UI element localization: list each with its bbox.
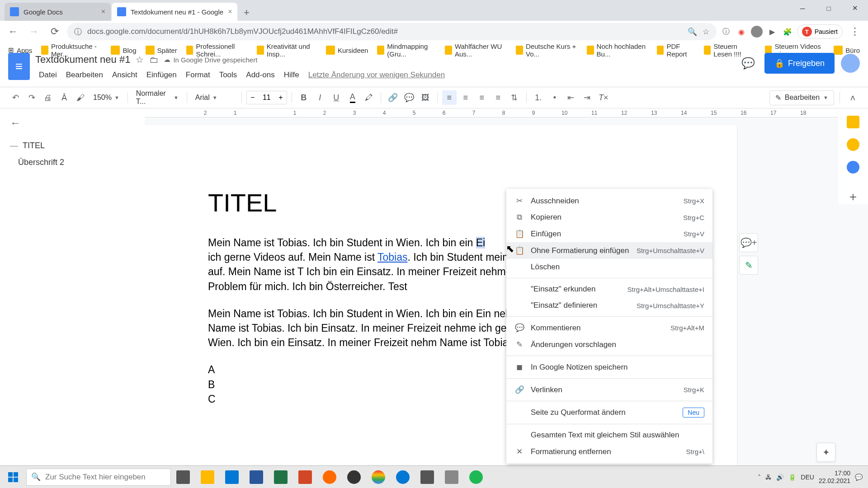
decrease-indent-button[interactable]: ⇤ xyxy=(564,90,578,105)
move-to-folder-icon[interactable]: 🗀 xyxy=(149,55,158,65)
ctx-delete[interactable]: Löschen xyxy=(506,259,712,275)
menu-einfuegen[interactable]: Einfügen xyxy=(143,69,180,81)
clock[interactable]: 17:00 22.02.2021 xyxy=(819,469,850,485)
redo-button[interactable]: ↷ xyxy=(24,90,39,105)
paragraph-style-select[interactable]: Normaler T...▼ xyxy=(132,88,182,108)
notifications-icon[interactable]: 💬 xyxy=(855,474,863,481)
minimize-button[interactable]: ─ xyxy=(789,0,816,16)
menu-datei[interactable]: Datei xyxy=(35,69,61,81)
docs-logo-icon[interactable]: ≡ xyxy=(8,53,30,80)
menu-bearbeiten[interactable]: Bearbeiten xyxy=(62,69,107,81)
bold-button[interactable]: B xyxy=(297,90,311,105)
taskbar-app[interactable] xyxy=(439,466,464,488)
taskbar-app[interactable] xyxy=(269,466,293,488)
align-left-button[interactable]: ≡ xyxy=(442,90,457,105)
align-justify-button[interactable]: ≡ xyxy=(491,90,505,105)
star-icon[interactable]: ☆ xyxy=(136,54,144,65)
calendar-icon[interactable] xyxy=(847,116,859,128)
maximize-button[interactable]: □ xyxy=(816,0,842,16)
ctx-copy[interactable]: ⧉KopierenStrg+C xyxy=(506,209,712,225)
clear-formatting-button[interactable]: T× xyxy=(596,90,611,105)
extension-icon[interactable]: ◉ xyxy=(736,26,747,38)
menu-ansicht[interactable]: Ansicht xyxy=(108,69,141,81)
browser-tab-active[interactable]: Textdokument neu #1 - Google × xyxy=(112,3,237,21)
network-icon[interactable]: 🖧 xyxy=(765,474,772,481)
undo-button[interactable]: ↶ xyxy=(8,90,23,105)
italic-button[interactable]: I xyxy=(313,90,327,105)
print-button[interactable]: 🖨 xyxy=(41,90,55,105)
ctx-suggest[interactable]: ✎Änderungen vorschlagen xyxy=(506,336,712,353)
extension-icon[interactable]: ▶ xyxy=(766,26,778,38)
menu-tools[interactable]: Tools xyxy=(216,69,241,81)
editing-mode-select[interactable]: ✎Bearbeiten▼ xyxy=(769,90,834,105)
ctx-select-same-style[interactable]: Gesamten Text mit gleichem Stil auswähle… xyxy=(506,427,712,443)
forward-button[interactable]: → xyxy=(25,23,42,40)
ctx-paste-plain[interactable]: 📋Ohne Formatierung einfügenStrg+Umschalt… xyxy=(506,242,712,259)
extension-icon[interactable] xyxy=(751,26,763,38)
outline-item[interactable]: —TITEL xyxy=(10,137,135,154)
ctx-save-keep[interactable]: ◼In Google Notizen speichern xyxy=(506,359,712,375)
account-avatar[interactable] xyxy=(841,54,860,73)
text-color-button[interactable]: A xyxy=(345,90,360,105)
taskbar-app[interactable] xyxy=(195,466,220,488)
paint-format-button[interactable]: 🖌 xyxy=(73,90,88,105)
taskbar-app[interactable] xyxy=(220,466,244,488)
profile-badge[interactable]: T Pausiert xyxy=(797,24,843,39)
document-title[interactable]: Textdokument neu #1 xyxy=(35,54,130,66)
insert-comment-button[interactable]: 💬 xyxy=(402,90,416,105)
ctx-define[interactable]: "Einsatz" definierenStrg+Umschalttaste+Y xyxy=(506,297,712,314)
underline-button[interactable]: U xyxy=(329,90,344,105)
increase-font-button[interactable]: + xyxy=(275,91,287,104)
browser-tab[interactable]: Google Docs × xyxy=(5,3,111,21)
increase-indent-button[interactable]: ⇥ xyxy=(580,90,594,105)
ctx-clear-formatting[interactable]: ✕Formatierung entfernenStrg+\ xyxy=(506,443,712,460)
decrease-font-button[interactable]: − xyxy=(247,91,259,104)
ctx-cut[interactable]: ✂AusschneidenStrg+X xyxy=(506,192,712,209)
reload-button[interactable]: ⟳ xyxy=(46,23,63,40)
outline-back-button[interactable]: ← xyxy=(10,117,135,129)
zoom-icon[interactable]: 🔍 xyxy=(688,27,697,37)
ctx-comment[interactable]: 💬KommentierenStrg+Alt+M xyxy=(506,319,712,336)
numbered-list-button[interactable]: 1. xyxy=(531,90,546,105)
taskbar-app[interactable] xyxy=(317,466,342,488)
back-button[interactable]: ← xyxy=(5,23,22,40)
menu-addons[interactable]: Add-ons xyxy=(242,69,278,81)
taskbar-app[interactable] xyxy=(244,466,269,488)
align-center-button[interactable]: ≡ xyxy=(458,90,473,105)
font-size-stepper[interactable]: − 11 + xyxy=(246,91,287,104)
font-select[interactable]: Arial▼ xyxy=(192,92,237,103)
ctx-landscape[interactable]: Seite zu Querformat ändernNeu xyxy=(506,404,712,421)
align-right-button[interactable]: ≡ xyxy=(475,90,489,105)
comment-history-button[interactable]: 💬 xyxy=(738,53,758,73)
tasks-icon[interactable] xyxy=(847,161,859,174)
explore-button[interactable]: ✦ xyxy=(816,443,835,462)
add-comment-button[interactable]: 💬+ xyxy=(739,233,758,252)
close-icon[interactable]: × xyxy=(97,8,105,16)
add-addon-button[interactable]: + xyxy=(849,190,857,204)
close-window-button[interactable]: ✕ xyxy=(842,0,868,16)
menu-hilfe[interactable]: Hilfe xyxy=(280,69,303,81)
star-icon[interactable]: ☆ xyxy=(703,27,709,37)
ctx-paste[interactable]: 📋EinfügenStrg+V xyxy=(506,225,712,242)
task-view-button[interactable] xyxy=(171,466,195,488)
taskbar-app[interactable] xyxy=(391,466,415,488)
menu-format[interactable]: Format xyxy=(182,69,214,81)
new-tab-button[interactable]: + xyxy=(238,5,255,21)
extension-icon[interactable]: ⓘ xyxy=(720,26,732,38)
taskbar-app[interactable] xyxy=(293,466,317,488)
spellcheck-button[interactable]: Ǎ xyxy=(57,90,71,105)
ctx-explore[interactable]: "Einsatz" erkundenStrg+Alt+Umschalttaste… xyxy=(506,281,712,297)
bulleted-list-button[interactable]: • xyxy=(547,90,562,105)
url-input[interactable]: ⓘ docs.google.com/document/d/1hUH8k6h7Lb… xyxy=(67,23,717,40)
ruler[interactable]: 21123456789101112131415161718 xyxy=(145,108,868,117)
start-button[interactable] xyxy=(0,466,26,488)
outline-item[interactable]: Überschrift 2 xyxy=(10,154,135,171)
tray-expand-icon[interactable]: ˄ xyxy=(758,474,761,481)
highlight-button[interactable]: 🖍 xyxy=(362,90,376,105)
language-indicator[interactable]: DEU xyxy=(801,474,814,481)
battery-icon[interactable]: 🔋 xyxy=(788,474,796,481)
browser-menu-button[interactable]: ⋮ xyxy=(846,23,863,40)
taskbar-app[interactable] xyxy=(342,466,366,488)
line-spacing-button[interactable]: ⇅ xyxy=(507,90,522,105)
last-edit-label[interactable]: Letzte Änderung vor wenigen Sekunden xyxy=(308,70,445,80)
